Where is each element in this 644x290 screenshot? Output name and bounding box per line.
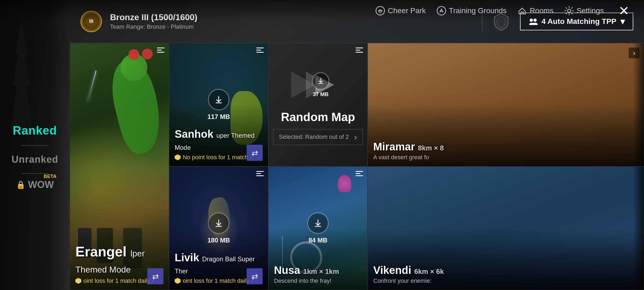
training-grounds-icon [437, 6, 446, 16]
menu-line-1 [157, 48, 164, 48]
miramar-name: Miramar 8km × 8 [373, 141, 638, 153]
map-card-random[interactable]: 37 MB Random Map Selected: Random out of… [268, 43, 368, 166]
livik-menu-icon[interactable] [256, 171, 264, 176]
training-grounds-nav[interactable]: Training Grounds [437, 6, 507, 16]
nusa-desc: Descend into the fray! [274, 277, 362, 284]
menu-line-n1 [356, 171, 363, 172]
menu-line-n3 [356, 175, 363, 176]
map-card-miramar[interactable]: › Miramar 8km × 8 A vast desert great fo [368, 43, 644, 166]
menu-line-n2 [356, 173, 360, 174]
livik-download-circle [208, 212, 229, 234]
nusa-download-circle [307, 212, 329, 234]
livik-swap-icon[interactable]: ⇄ [247, 268, 263, 284]
nusa-info: Nusa 1km × 1km Descend into the fray! [274, 264, 362, 284]
map-card-livik[interactable]: 180 MB Livik Dragon Ball Super Ther oint… [169, 166, 268, 290]
menu-line-l3 [256, 175, 264, 176]
shield-small-livik [175, 278, 181, 284]
cheer-park-nav[interactable]: Cheer Park [375, 6, 426, 16]
close-button[interactable]: ✕ [614, 1, 633, 20]
map-card-vikendi[interactable]: Vikendi 6km × 6k Confront your enemie: [368, 166, 644, 290]
vikendi-name: Vikendi 6km × 6k [373, 264, 638, 276]
map-card-sanhok[interactable]: 117 MB Sanhok uper Themed Mode No point … [169, 43, 268, 166]
vikendi-desc: Confront your enemie: [373, 277, 638, 284]
random-map-content: 37 MB Random Map Selected: Random out of… [269, 43, 367, 166]
miramar-desc: A vast desert great fo [373, 154, 638, 161]
sanhok-download: 117 MB [207, 89, 230, 121]
menu-line-s3 [256, 52, 264, 53]
sanhok-swap-icon[interactable]: ⇄ [247, 145, 263, 161]
sidebar: Ranked Unranked BETA 🔒 WOW [0, 21, 70, 290]
sanhok-download-circle [208, 89, 229, 110]
top-navigation: Cheer Park Training Grounds Rooms [0, 0, 644, 21]
livik-download-size: 180 MB [207, 237, 230, 244]
erangel-menu-icon[interactable] [157, 48, 164, 53]
cheer-park-icon [375, 6, 385, 16]
rooms-label: Rooms [530, 6, 554, 15]
nusa-download: 84 MB [307, 212, 329, 244]
nusa-name: Nusa 1km × 1km [274, 264, 362, 276]
rank-range: Team Range: Bronze - Platinum [110, 23, 474, 30]
svg-point-1 [379, 11, 381, 13]
vikendi-info: Vikendi 6km × 6k Confront your enemie: [373, 264, 638, 284]
miramar-info: Miramar 8km × 8 A vast desert great fo [373, 141, 638, 161]
menu-line-3 [157, 52, 164, 53]
sidebar-item-wow[interactable]: BETA 🔒 WOW [16, 179, 54, 190]
map-card-erangel[interactable]: Erangel lper Themed Mode oint loss for 1… [70, 43, 169, 290]
random-chevron: › [354, 132, 357, 142]
miramar-menu-icon[interactable]: › [629, 48, 639, 58]
shield-small-sanhok [175, 154, 181, 160]
beta-badge: BETA [44, 174, 57, 179]
random-download-circle [312, 72, 330, 90]
map-card-nusa[interactable]: 84 MB Nusa 1km × 1km Descend into the fr… [268, 166, 368, 290]
sanhok-menu-icon[interactable] [256, 48, 264, 53]
random-download-size: 37 MB [313, 91, 329, 97]
random-arrows-container: 37 MB [291, 65, 345, 105]
menu-line-l1 [256, 171, 264, 172]
sanhok-download-size: 117 MB [207, 113, 230, 121]
miramar-more-icon: › [629, 48, 639, 58]
rooms-icon [517, 6, 527, 16]
nusa-menu-icon[interactable] [356, 171, 363, 176]
erangel-swap-icon[interactable]: ⇄ [147, 268, 163, 284]
svg-point-5 [568, 9, 571, 12]
sidebar-item-ranked[interactable]: Ranked [8, 121, 63, 140]
svg-point-2 [437, 6, 446, 15]
wow-label: WOW [28, 179, 54, 190]
settings-nav[interactable]: Settings [564, 6, 604, 16]
cheer-park-label: Cheer Park [388, 6, 426, 15]
random-download-container: 37 MB [312, 72, 330, 97]
random-map-name: Random Map [281, 110, 355, 124]
nusa-download-size: 84 MB [309, 237, 328, 244]
livik-download: 180 MB [207, 212, 230, 244]
menu-line-l2 [256, 173, 261, 174]
map-grid: Erangel lper Themed Mode oint loss for 1… [70, 43, 644, 290]
settings-icon [564, 6, 574, 16]
lock-icon: 🔒 [16, 180, 25, 189]
training-grounds-label: Training Grounds [449, 6, 507, 15]
menu-line-s2 [256, 50, 261, 50]
shield-small-erangel [75, 278, 81, 284]
menu-line-s1 [256, 48, 264, 48]
settings-label: Settings [577, 6, 604, 15]
main-content: III Bronze III (1500/1600) Team Range: B… [70, 0, 644, 290]
rooms-nav[interactable]: Rooms [517, 6, 554, 16]
sidebar-divider-1 [21, 145, 48, 146]
sidebar-item-unranked[interactable]: Unranked [6, 151, 64, 168]
random-map-selected[interactable]: Selected: Random out of 2 › [273, 129, 363, 145]
menu-line-2 [157, 50, 162, 50]
